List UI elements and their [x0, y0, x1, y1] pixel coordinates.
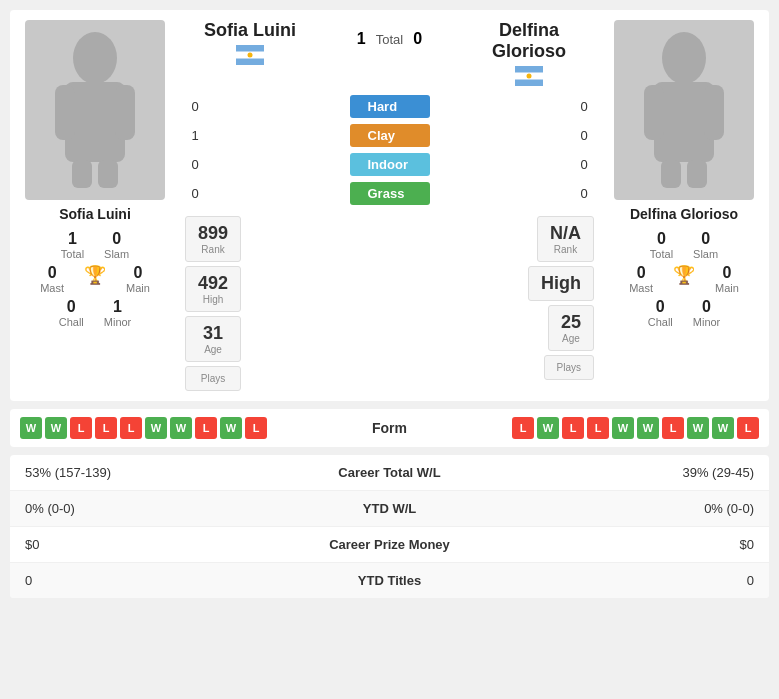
form-badge: W: [637, 417, 659, 439]
stats-center-label: YTD W/L: [290, 501, 490, 516]
left-plays-label: Plays: [198, 373, 228, 384]
surface-btn-wrap: Clay: [210, 124, 569, 147]
left-high-label: High: [198, 294, 228, 305]
svg-point-8: [248, 53, 253, 58]
surface-btn-wrap: Grass: [210, 182, 569, 205]
left-rank-section: 899 Rank 492 High 31 Age Plays: [185, 216, 241, 391]
surface-right-count: 0: [569, 128, 599, 143]
form-badge: W: [537, 417, 559, 439]
left-mast-label: Mast: [40, 282, 64, 294]
total-center: 1 Total 0: [357, 30, 422, 48]
right-age-box: 25 Age: [548, 305, 594, 351]
right-player-area: Delfina Glorioso 0 Total 0 Slam 0 Mast: [599, 20, 769, 391]
left-rank-label: Rank: [198, 244, 228, 255]
svg-rect-16: [661, 160, 681, 188]
left-rank-value: 899: [198, 223, 228, 244]
svg-rect-4: [72, 160, 92, 188]
right-trophy-icon: 🏆: [673, 264, 695, 286]
form-badge: L: [95, 417, 117, 439]
left-age-label: Age: [198, 344, 228, 355]
stats-right-val: 0% (0-0): [490, 501, 755, 516]
surface-btn-indoor[interactable]: Indoor: [350, 153, 430, 176]
right-flag: [515, 66, 543, 86]
left-mast-val: 0: [48, 264, 57, 282]
left-chall-val: 0: [67, 298, 76, 316]
right-player-photo: [614, 20, 754, 200]
left-total-val: 1: [68, 230, 77, 248]
right-player-name: Delfina Glorioso: [630, 206, 738, 222]
left-form-badges: WWLLLWWLWL: [20, 417, 267, 439]
svg-rect-14: [644, 85, 664, 140]
form-badge: L: [195, 417, 217, 439]
right-slam-val: 0: [701, 230, 710, 248]
form-badge: L: [737, 417, 759, 439]
left-main-label: Main: [126, 282, 150, 294]
surface-row-hard: 0 Hard 0: [180, 92, 599, 121]
right-rank-value: N/A: [550, 223, 581, 244]
left-minor-label: Minor: [104, 316, 132, 328]
right-total-label: Total: [650, 248, 673, 260]
surface-btn-grass[interactable]: Grass: [350, 182, 430, 205]
left-main-val: 0: [133, 264, 142, 282]
form-badge: W: [712, 417, 734, 439]
surface-btn-wrap: Indoor: [210, 153, 569, 176]
form-row: WWLLLWWLWL Form LWLLWWLWWL: [20, 417, 759, 439]
form-badge: L: [70, 417, 92, 439]
form-section: WWLLLWWLWL Form LWLLWWLWWL: [10, 409, 769, 447]
surface-btn-clay[interactable]: Clay: [350, 124, 430, 147]
right-center-name: Delfina Glorioso: [464, 20, 594, 62]
left-age-value: 31: [198, 323, 228, 344]
stats-right-val: 0: [490, 573, 755, 588]
svg-rect-17: [687, 160, 707, 188]
right-rank-box: N/A Rank: [537, 216, 594, 262]
right-chall-val: 0: [656, 298, 665, 316]
total-right-count: 0: [413, 30, 422, 48]
surface-left-count: 1: [180, 128, 210, 143]
right-plays-label: Plays: [557, 362, 581, 373]
left-plays-box: Plays: [185, 366, 241, 391]
left-minor-val: 1: [113, 298, 122, 316]
left-player-stats: 1 Total 0 Slam 0 Mast 🏆: [10, 226, 180, 328]
surface-btn-wrap: Hard: [210, 95, 569, 118]
left-slam-label: Slam: [104, 248, 129, 260]
form-badge: L: [245, 417, 267, 439]
surface-right-count: 0: [569, 186, 599, 201]
left-player-area: Sofia Luini 1 Total 0 Slam 0 Mas: [10, 20, 180, 391]
right-silhouette: [639, 30, 729, 190]
surface-row-clay: 1 Clay 0: [180, 121, 599, 150]
center-surface: 0 Hard 0 1 Clay 0 0 Indoor 0 0 Grass 0: [180, 92, 599, 208]
main-container: Sofia Luini 1 Total 0 Slam 0 Mas: [0, 0, 779, 608]
svg-point-0: [73, 32, 117, 84]
right-total-val: 0: [657, 230, 666, 248]
left-slam-val: 0: [112, 230, 121, 248]
stats-left-val: 0% (0-0): [25, 501, 290, 516]
stats-row: $0 Career Prize Money $0: [10, 527, 769, 563]
left-center-name: Sofia Luini: [204, 20, 296, 41]
surface-row-indoor: 0 Indoor 0: [180, 150, 599, 179]
left-rank-box: 899 Rank: [185, 216, 241, 262]
right-high-box: High: [528, 266, 594, 301]
right-age-value: 25: [561, 312, 581, 333]
stats-row: 53% (157-139) Career Total W/L 39% (29-4…: [10, 455, 769, 491]
right-minor-val: 0: [702, 298, 711, 316]
svg-rect-15: [704, 85, 724, 140]
right-high-value: High: [541, 273, 581, 294]
left-trophy-icon: 🏆: [84, 264, 106, 286]
right-minor-label: Minor: [693, 316, 721, 328]
form-badge: W: [687, 417, 709, 439]
left-chall-label: Chall: [59, 316, 84, 328]
right-slam-label: Slam: [693, 248, 718, 260]
svg-rect-2: [55, 85, 75, 140]
surface-left-count: 0: [180, 157, 210, 172]
surface-btn-hard[interactable]: Hard: [350, 95, 430, 118]
svg-rect-5: [98, 160, 118, 188]
form-badge: L: [562, 417, 584, 439]
form-badge: W: [170, 417, 192, 439]
form-label: Form: [360, 420, 420, 436]
surface-row-grass: 0 Grass 0: [180, 179, 599, 208]
stat-boxes-row: 899 Rank 492 High 31 Age Plays: [180, 216, 599, 391]
center-area: Sofia Luini 1 Total 0: [180, 20, 599, 391]
right-name-block: Delfina Glorioso: [464, 20, 594, 86]
right-player-stats: 0 Total 0 Slam 0 Mast 🏆: [599, 226, 769, 328]
stats-center-label: YTD Titles: [290, 573, 490, 588]
